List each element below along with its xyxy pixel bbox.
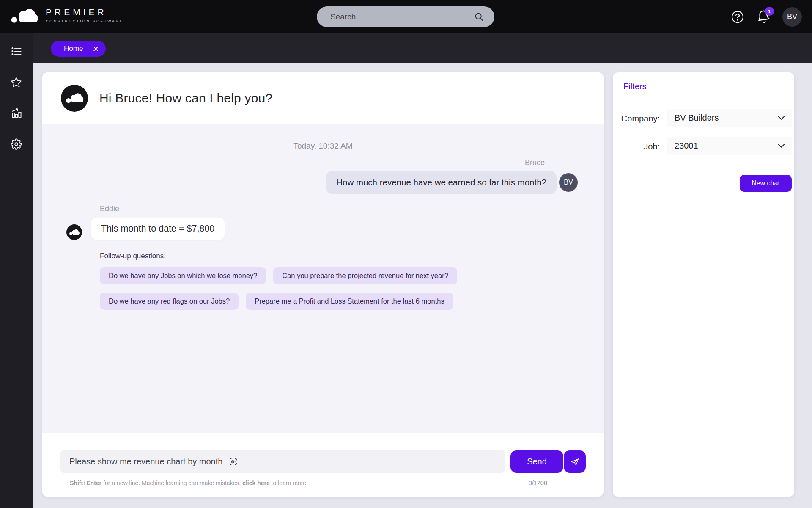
message-input-placeholder: Please show me revenue chart by month <box>69 457 222 467</box>
tab-close-icon[interactable] <box>93 46 99 52</box>
chevron-down-icon <box>778 144 785 148</box>
conversation-area: Today, 10:32 AM Bruce How much revenue h… <box>42 124 604 433</box>
sender-label: Bruce <box>525 158 545 167</box>
paper-plane-icon <box>570 457 580 467</box>
followup-chips: Do we have any Jobs on which we lose mon… <box>100 267 476 310</box>
user-message-bubble: How much revenue have we earned so far t… <box>326 171 557 194</box>
followup-label: Follow-up questions: <box>100 252 476 260</box>
divider <box>623 102 784 102</box>
cloud-logo-icon <box>11 6 41 25</box>
filters-title: Filters <box>623 82 646 91</box>
tab-home-label: Home <box>64 44 83 53</box>
assistant-message-group: Eddie <box>42 204 604 240</box>
assistant-chat-avatar <box>66 224 82 240</box>
followup-chip[interactable]: Prepare me a Profit and Loss Statement f… <box>246 293 453 310</box>
assistant-message-bubble: This month to date = $7,800 <box>91 218 225 240</box>
company-select[interactable]: BV Builders <box>667 109 792 127</box>
app-window: PREMIER CONSTRUCTION SOFTWARE <box>0 0 812 508</box>
company-value: BV Builders <box>675 113 719 123</box>
message-input[interactable]: Please show me revenue chart by month <box>60 450 505 473</box>
send-button[interactable]: Send <box>510 450 563 473</box>
filters-panel: Filters Company: BV Builders Job: 23001 … <box>613 72 794 497</box>
chat-greeting: Hi Bruce! How can I help you? <box>99 91 272 105</box>
job-value: 23001 <box>675 141 698 151</box>
sidebar-item-reports[interactable] <box>8 105 25 121</box>
tab-home[interactable]: Home <box>51 41 106 57</box>
user-message-group: Bruce How much revenue have we earned so… <box>42 158 604 194</box>
job-select[interactable]: 23001 <box>667 137 792 155</box>
brand-name: PREMIER <box>46 7 123 17</box>
date-header: Today, 10:32 AM <box>42 141 604 151</box>
chat-header: Hi Bruce! How can I help you? <box>42 72 604 124</box>
job-label: Job: <box>613 142 660 152</box>
search-input[interactable] <box>330 12 474 22</box>
sidebar <box>0 33 33 508</box>
company-label: Company: <box>613 114 660 124</box>
brand-text: PREMIER CONSTRUCTION SOFTWARE <box>46 7 123 23</box>
sender-label: Eddie <box>100 204 119 213</box>
send-plane-button[interactable] <box>564 450 586 473</box>
composer-hint: Shift+Enter for a new line. Machine lear… <box>70 480 306 486</box>
chat-panel: Hi Bruce! How can I help you? Today, 10:… <box>42 72 604 497</box>
assistant-avatar <box>61 85 88 112</box>
hint-shortcut: Shift+Enter <box>70 480 102 486</box>
sidebar-item-menu[interactable] <box>8 43 25 60</box>
hint-learn-more-link[interactable]: click here <box>242 480 270 486</box>
sidebar-item-favorites[interactable] <box>8 74 25 91</box>
char-counter: 0/1200 <box>529 480 547 486</box>
chart-trend-icon <box>11 107 22 119</box>
notification-badge: 1 <box>765 7 774 16</box>
followup-chip[interactable]: Do we have any red flags on our Jobs? <box>100 293 239 310</box>
user-chat-avatar: BV <box>559 173 578 192</box>
brand-tagline: CONSTRUCTION SOFTWARE <box>46 19 123 23</box>
notifications-button[interactable]: 1 <box>757 10 771 24</box>
chevron-down-icon <box>778 116 785 120</box>
search-bar[interactable] <box>317 6 494 27</box>
list-icon <box>11 45 22 57</box>
new-chat-button[interactable]: New chat <box>740 175 792 192</box>
gear-icon <box>11 138 22 150</box>
star-icon <box>11 77 22 88</box>
brand-logo: PREMIER CONSTRUCTION SOFTWARE <box>11 6 123 25</box>
followup-chip[interactable]: Do we have any Jobs on which we lose mon… <box>100 267 266 284</box>
followup-section: Follow-up questions: Do we have any Jobs… <box>100 252 476 310</box>
tab-bar: Home <box>33 33 812 63</box>
sidebar-item-settings[interactable] <box>8 135 25 152</box>
voice-input-icon[interactable] <box>228 457 238 467</box>
help-button[interactable] <box>730 10 745 24</box>
help-icon <box>730 10 745 24</box>
search-icon[interactable] <box>474 12 484 22</box>
followup-chip[interactable]: Can you prepare the projected revenue fo… <box>273 267 457 284</box>
topbar-actions: 1 BV <box>730 0 802 33</box>
topbar: PREMIER CONSTRUCTION SOFTWARE <box>0 0 812 33</box>
user-avatar[interactable]: BV <box>782 7 802 27</box>
